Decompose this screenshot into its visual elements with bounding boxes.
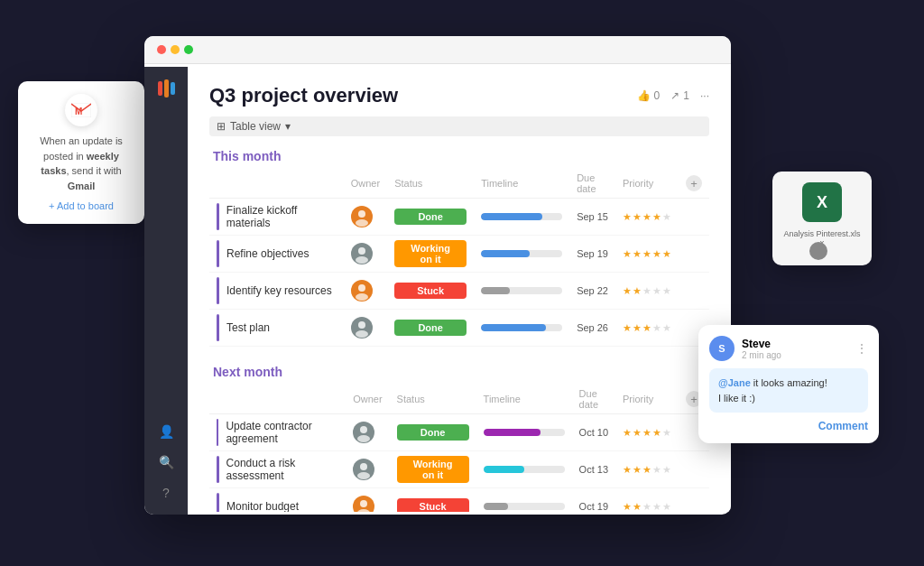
task-name: Test plan — [226, 321, 270, 334]
close-button[interactable] — [157, 45, 166, 54]
star-2: ★ — [633, 501, 642, 513]
star-3: ★ — [642, 464, 651, 476]
task-avatar — [351, 280, 373, 302]
comment-username: Steve — [742, 338, 781, 350]
task-avatar — [353, 496, 374, 512]
svg-point-2 — [356, 219, 368, 227]
svg-point-1 — [358, 210, 365, 218]
section-bar — [217, 203, 219, 230]
comment-widget: S Steve 2 min ago ⋮ @Jane it looks amazi… — [698, 325, 879, 443]
due-date: Sep 26 — [577, 322, 608, 333]
timeline-fill — [484, 466, 524, 473]
timeline-bar — [484, 429, 565, 436]
svg-point-6 — [356, 293, 368, 301]
status-badge: Working on it — [394, 240, 467, 267]
timeline-fill — [481, 287, 510, 294]
col-priority-1: Priority — [615, 169, 679, 199]
page-header: Q3 project overview 👍 0 ↗ 1 ··· — [209, 84, 709, 107]
section-bar — [217, 456, 219, 483]
task-avatar — [351, 243, 373, 264]
comment-bubble: @Jane it looks amazing!I like it :) — [709, 368, 868, 413]
sidebar: 👤 🔍 ? — [144, 67, 188, 515]
chevron-down-icon: ▾ — [285, 120, 291, 133]
excel-user-avatar — [809, 242, 827, 260]
header-actions: 👍 0 ↗ 1 ··· — [637, 89, 709, 102]
task-name-cell: Finalize kickoff materials — [217, 203, 337, 230]
timeline-fill — [481, 213, 542, 220]
timeline-bar — [484, 503, 565, 510]
window-controls — [157, 45, 193, 54]
comment-header: S Steve 2 min ago ⋮ — [709, 336, 868, 361]
task-name: Monitor budget — [226, 500, 299, 512]
timeline-bar — [481, 287, 562, 294]
more-options[interactable]: ··· — [700, 89, 709, 102]
col-duedate-1: Due date — [569, 169, 615, 199]
task-name: Refine objectives — [226, 247, 309, 260]
add-task-this-month[interactable]: + — [686, 175, 702, 191]
svg-point-5 — [358, 284, 365, 292]
svg-text:M: M — [75, 107, 82, 116]
star-4: ★ — [652, 501, 661, 513]
svg-point-7 — [358, 321, 365, 329]
section-next-month: Next month — [209, 365, 709, 379]
star-3: ★ — [642, 501, 651, 513]
timeline-bar — [481, 250, 562, 257]
task-name: Update contractor agreement — [226, 420, 338, 445]
search-icon[interactable]: 🔍 — [157, 453, 175, 471]
svg-point-12 — [357, 472, 370, 479]
status-badge: Done — [397, 424, 469, 441]
task-name: Finalize kickoff materials — [226, 204, 337, 229]
app-logo — [158, 79, 175, 97]
timeline-fill — [481, 250, 530, 257]
col-status-1: Status — [387, 169, 474, 199]
table-row: Update contractor agreement Done Oct 10 … — [209, 414, 709, 451]
add-to-board-link[interactable]: + Add to board — [31, 200, 132, 211]
excel-icon: X — [802, 182, 842, 222]
star-5: ★ — [662, 322, 671, 334]
star-3: ★ — [642, 427, 651, 439]
maximize-button[interactable] — [184, 45, 193, 54]
svg-point-4 — [356, 256, 368, 264]
star-5: ★ — [662, 285, 671, 297]
svg-point-9 — [360, 426, 367, 433]
svg-point-13 — [360, 500, 367, 507]
status-badge: Done — [394, 209, 467, 225]
col-priority-2: Priority — [615, 385, 679, 414]
section-bar — [217, 277, 219, 304]
table-row: Conduct a risk assessment Working on it … — [209, 451, 709, 488]
star-2: ★ — [633, 322, 642, 334]
table-icon: ⊞ — [217, 120, 226, 133]
col-status-2: Status — [390, 385, 476, 414]
status-badge: Working on it — [397, 456, 469, 483]
likes-count[interactable]: 👍 0 — [637, 89, 661, 102]
comment-user-avatar: S — [709, 336, 735, 361]
star-5: ★ — [662, 211, 671, 223]
star-1: ★ — [623, 211, 632, 223]
title-bar — [144, 36, 731, 64]
status-badge: Stuck — [394, 283, 467, 299]
timeline-fill — [484, 429, 541, 436]
col-task-2 — [209, 385, 346, 414]
svg-point-11 — [360, 463, 367, 470]
star-1: ★ — [623, 285, 632, 297]
col-task — [209, 169, 344, 199]
table-row: Monitor budget Stuck Oct 19 ★★★★★ — [209, 488, 709, 513]
comment-user-info: Steve 2 min ago — [742, 338, 781, 360]
table-view-button[interactable]: ⊞ Table view ▾ — [209, 116, 709, 136]
due-date: Oct 13 — [579, 464, 608, 475]
help-icon[interactable]: ? — [157, 484, 175, 502]
person-icon[interactable]: 👤 — [157, 422, 175, 441]
minimize-button[interactable] — [171, 45, 180, 54]
like-icon: 👍 — [637, 89, 651, 102]
svg-point-3 — [358, 247, 365, 255]
svg-point-10 — [357, 435, 370, 442]
shares-count[interactable]: ↗ 1 — [670, 89, 689, 102]
comment-more-menu[interactable]: ⋮ — [855, 341, 868, 356]
comment-button[interactable]: Comment — [709, 420, 868, 432]
star-1: ★ — [623, 464, 632, 476]
star-5: ★ — [662, 427, 671, 439]
task-name: Conduct a risk assessment — [226, 457, 339, 482]
due-date: Sep 19 — [577, 248, 608, 259]
section-this-month: This month — [209, 149, 709, 163]
task-avatar — [353, 422, 374, 443]
